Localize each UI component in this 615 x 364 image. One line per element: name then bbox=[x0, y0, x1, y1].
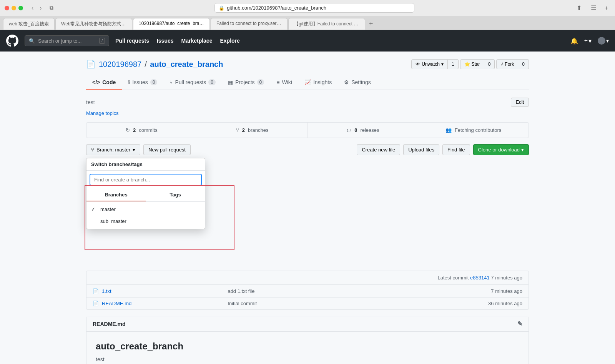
browser-tab[interactable]: 【git使用】Failed to connect to 127.0.0.... bbox=[288, 18, 365, 30]
nav-pull-requests[interactable]: Pull requests bbox=[115, 38, 149, 44]
tab-issues[interactable]: ℹ Issues 0 bbox=[122, 75, 163, 90]
tab-code[interactable]: </> Code bbox=[86, 75, 122, 90]
upload-files-button[interactable]: Upload files bbox=[403, 144, 439, 155]
toolbar-right: Create new file Upload files Find file C… bbox=[357, 144, 529, 155]
branches-tab[interactable]: Branches bbox=[86, 189, 146, 201]
notification-bell-icon[interactable]: 🔔 bbox=[570, 37, 578, 45]
tab-issues-label: Issues bbox=[132, 79, 148, 85]
repo-stats: ↻ 2 commits ⑂ 2 branches 🏷 0 releases 👥 … bbox=[86, 122, 529, 138]
tab-projects[interactable]: ▦ Projects 0 bbox=[222, 75, 270, 90]
fork-count: 0 bbox=[518, 59, 529, 69]
star-label: Star bbox=[472, 61, 480, 67]
nav-explore[interactable]: Explore bbox=[220, 38, 239, 44]
tab-pr-label: Pull requests bbox=[175, 79, 206, 85]
repo-toolbar: ⑂ Branch: master ▾ New pull request Swit… bbox=[86, 144, 529, 155]
wiki-icon: ≡ bbox=[276, 79, 279, 85]
watch-label: Unwatch bbox=[422, 61, 440, 67]
commit-hash-link[interactable]: e853141 bbox=[470, 275, 490, 281]
edit-description-button[interactable]: Edit bbox=[511, 98, 529, 107]
browser-tab[interactable]: Failed to connect to proxy.server.com p.… bbox=[211, 18, 288, 30]
releases-stat[interactable]: 🏷 0 releases bbox=[308, 123, 419, 138]
add-tab-button[interactable]: + bbox=[366, 18, 376, 30]
contributors-label: Fetching contributors bbox=[455, 127, 501, 133]
readme-header: README.md ✎ bbox=[86, 316, 529, 332]
branches-label: branches bbox=[248, 127, 268, 133]
create-new-button[interactable]: + ▾ bbox=[584, 37, 592, 45]
user-avatar-button[interactable]: ▾ bbox=[598, 37, 609, 45]
settings-icon: ⚙ bbox=[344, 79, 349, 85]
tab-settings-label: Settings bbox=[351, 79, 371, 85]
file-commit-msg: Initial commit bbox=[228, 301, 473, 306]
manage-topics-link[interactable]: Manage topics bbox=[86, 110, 119, 116]
branch-item-sub-master[interactable]: ✓ sub_master bbox=[86, 215, 205, 227]
menu-button[interactable]: ☰ bbox=[588, 3, 599, 12]
create-new-file-button[interactable]: Create new file bbox=[357, 144, 400, 155]
search-placeholder-text: Search or jump to... bbox=[38, 38, 81, 44]
tab-settings[interactable]: ⚙ Settings bbox=[338, 75, 377, 90]
search-icon: 🔍 bbox=[29, 38, 35, 44]
branch-label: Branch: master bbox=[96, 147, 130, 153]
tags-tab[interactable]: Tags bbox=[146, 189, 205, 201]
search-bar[interactable]: 🔍 Search or jump to... / bbox=[25, 35, 109, 46]
contributors-stat[interactable]: 👥 Fetching contributors bbox=[418, 123, 529, 138]
branch-item-master[interactable]: ✓ master bbox=[86, 203, 205, 215]
star-button[interactable]: ⭐ Star bbox=[460, 59, 484, 69]
search-shortcut: / bbox=[99, 38, 105, 44]
find-file-button[interactable]: Find file bbox=[442, 144, 470, 155]
nav-issues[interactable]: Issues bbox=[157, 38, 174, 44]
branch-selector-button[interactable]: ⑂ Branch: master ▾ bbox=[86, 144, 140, 155]
new-tab-button[interactable]: + bbox=[602, 4, 610, 12]
file-time: 36 minutes ago bbox=[476, 301, 522, 306]
star-icon: ⭐ bbox=[464, 61, 470, 67]
branch-icon: ⑂ bbox=[91, 147, 94, 153]
clone-or-download-button[interactable]: Clone or download ▾ bbox=[473, 144, 529, 155]
tab-switcher-button[interactable]: ⧉ bbox=[47, 4, 56, 12]
maximize-dot[interactable] bbox=[18, 6, 23, 10]
projects-badge: 0 bbox=[257, 79, 264, 85]
back-button[interactable]: ‹ bbox=[29, 4, 36, 12]
file-name-link[interactable]: 1.txt bbox=[102, 288, 224, 294]
github-logo[interactable] bbox=[6, 35, 18, 47]
browser-titlebar: ‹ › ⧉ 🔒 github.com/1020196987/auto_creat… bbox=[0, 0, 615, 16]
fork-button[interactable]: ⑂ Fork bbox=[496, 59, 518, 69]
releases-icon: 🏷 bbox=[346, 127, 351, 133]
branches-stat[interactable]: ⑂ 2 branches bbox=[197, 123, 308, 138]
tab-pull-requests[interactable]: ⑂ Pull requests 0 bbox=[163, 75, 222, 90]
commit-time: 7 minutes ago bbox=[490, 275, 522, 281]
new-pull-request-button[interactable]: New pull request bbox=[143, 144, 191, 155]
readme-title: README.md bbox=[93, 321, 126, 327]
edit-readme-icon[interactable]: ✎ bbox=[517, 320, 522, 327]
commits-stat[interactable]: ↻ 2 commits bbox=[86, 123, 197, 138]
watch-button[interactable]: 👁 Unwatch ▾ bbox=[411, 59, 448, 69]
branch-dropdown-tabs: Branches Tags bbox=[86, 189, 205, 202]
minimize-dot[interactable] bbox=[12, 6, 16, 10]
page-background: 📄 1020196987 / auto_create_branch 👁 Unwa… bbox=[0, 52, 615, 364]
readme-section: README.md ✎ auto_create_branch test bbox=[86, 316, 529, 364]
browser-tab[interactable]: Web常见几种攻击与预防方式 - smile001 -... bbox=[55, 18, 132, 30]
checkmark-icon: ✓ bbox=[91, 206, 97, 212]
issues-icon: ℹ bbox=[128, 79, 130, 85]
releases-count: 0 bbox=[354, 127, 357, 133]
file-name-link[interactable]: README.md bbox=[102, 301, 224, 306]
repo-owner-link[interactable]: 1020196987 bbox=[99, 60, 141, 69]
branches-icon: ⑂ bbox=[236, 127, 239, 133]
browser-tab[interactable]: web 攻击_百度搜索 bbox=[3, 18, 55, 30]
repo-description-row: test Edit bbox=[86, 98, 529, 107]
browser-tab-active[interactable]: 1020196987/auto_create_branch: test bbox=[133, 18, 210, 30]
close-dot[interactable] bbox=[5, 6, 9, 10]
repo-description-text: test bbox=[86, 99, 95, 105]
share-button[interactable]: ⬆ bbox=[573, 3, 585, 12]
insights-icon: 📈 bbox=[304, 79, 311, 85]
repo-name-link[interactable]: auto_create_branch bbox=[150, 60, 223, 69]
nav-marketplace[interactable]: Marketplace bbox=[181, 38, 213, 44]
forward-button[interactable]: › bbox=[37, 4, 44, 12]
address-bar[interactable]: 🔒 github.com/1020196987/auto_create_bran… bbox=[214, 3, 414, 13]
chevron-down-icon: ▾ bbox=[441, 61, 444, 67]
branch-search-input[interactable] bbox=[90, 174, 202, 186]
readme-body: test bbox=[96, 356, 519, 362]
tab-code-label: Code bbox=[102, 79, 116, 85]
tab-insights[interactable]: 📈 Insights bbox=[298, 75, 338, 90]
tab-wiki[interactable]: ≡ Wiki bbox=[270, 75, 298, 90]
fork-label: Fork bbox=[505, 61, 514, 67]
tab-wiki-label: Wiki bbox=[282, 79, 292, 85]
